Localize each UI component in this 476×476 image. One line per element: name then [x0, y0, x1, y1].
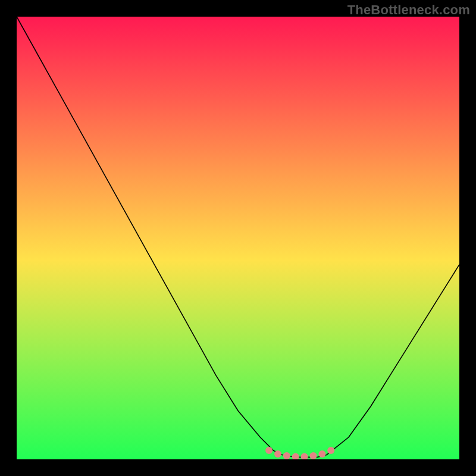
marker-dot [310, 452, 317, 459]
marker-dot [283, 452, 290, 459]
marker-dot [327, 447, 334, 454]
chart-frame: TheBottleneck.com [0, 0, 476, 476]
marker-dot [265, 447, 273, 454]
marker-dot [274, 450, 281, 458]
watermark-label: TheBottleneck.com [347, 2, 470, 18]
gradient-background [17, 17, 459, 459]
marker-dot [318, 450, 325, 458]
bottleneck-curve-plot [17, 17, 459, 459]
plot-area [17, 17, 459, 459]
